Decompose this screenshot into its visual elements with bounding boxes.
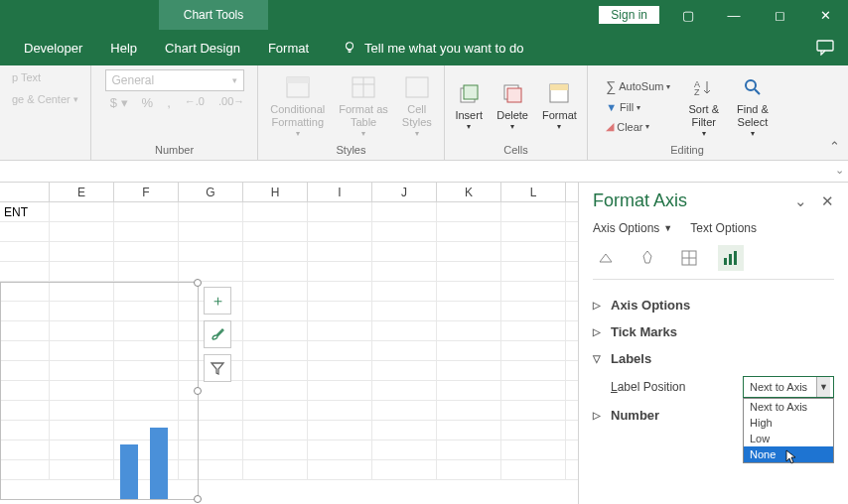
chart-bar bbox=[120, 444, 138, 499]
chart-styles-button[interactable] bbox=[204, 320, 231, 348]
expand-formula-bar-icon[interactable]: ⌄ bbox=[835, 164, 844, 177]
chart-elements-button[interactable]: ＋ bbox=[204, 287, 231, 315]
col-header[interactable]: I bbox=[308, 183, 372, 201]
dropdown-item[interactable]: Low bbox=[744, 431, 833, 446]
pane-title: Format Axis bbox=[593, 190, 687, 211]
comment-icon[interactable] bbox=[816, 40, 834, 56]
col-header[interactable]: E bbox=[50, 183, 114, 201]
tell-me[interactable]: Tell me what you want to do bbox=[343, 41, 523, 56]
effects-icon[interactable] bbox=[635, 245, 660, 271]
merge-center-button[interactable]: ge & Center▾ bbox=[8, 91, 82, 107]
sort-filter-button[interactable]: AZSort & Filter▾ bbox=[684, 71, 723, 141]
format-axis-pane: Format Axis ⌄ ✕ Axis Options▼ Text Optio… bbox=[578, 183, 848, 504]
fill-button[interactable]: ▼Fill▾ bbox=[602, 99, 674, 115]
insert-icon bbox=[458, 82, 480, 104]
format-cells-icon bbox=[548, 82, 570, 104]
svg-rect-11 bbox=[507, 88, 521, 102]
labels-section[interactable]: ▽Labels bbox=[593, 345, 834, 372]
group-styles-label: Styles bbox=[337, 142, 366, 158]
tab-help[interactable]: Help bbox=[96, 30, 151, 65]
col-header[interactable]: J bbox=[372, 183, 437, 201]
clear-button[interactable]: ◢Clear▾ bbox=[602, 118, 674, 135]
sign-in-button[interactable]: Sign in bbox=[599, 6, 659, 24]
cell-styles-button[interactable]: Cell Styles▾ bbox=[398, 71, 436, 141]
text-options-tab[interactable]: Text Options bbox=[690, 221, 757, 235]
col-header[interactable]: L bbox=[501, 183, 566, 201]
svg-point-16 bbox=[746, 80, 756, 90]
delete-button[interactable]: Delete▾ bbox=[493, 77, 532, 134]
percent-button[interactable]: % bbox=[142, 95, 154, 110]
search-icon bbox=[742, 77, 764, 97]
tab-chart-design[interactable]: Chart Design bbox=[151, 30, 254, 65]
tick-marks-section[interactable]: ▷Tick Marks bbox=[593, 318, 834, 345]
tab-format[interactable]: Format bbox=[254, 30, 323, 65]
increase-decimal-button[interactable]: ←.0 bbox=[185, 95, 205, 110]
maximize-icon[interactable]: ◻ bbox=[757, 0, 802, 30]
col-header[interactable]: G bbox=[179, 183, 243, 201]
size-properties-icon[interactable] bbox=[676, 245, 702, 271]
chart-tools-label: Chart Tools bbox=[159, 0, 268, 30]
svg-point-0 bbox=[347, 43, 353, 50]
comma-button[interactable]: , bbox=[167, 95, 171, 110]
svg-rect-20 bbox=[724, 258, 727, 265]
autosum-button[interactable]: ∑AutoSum▾ bbox=[602, 76, 674, 96]
menu-bar: Developer Help Chart Design Format Tell … bbox=[0, 30, 848, 65]
currency-button[interactable]: $ ▾ bbox=[110, 95, 128, 110]
dropdown-item[interactable]: High bbox=[744, 415, 833, 431]
axis-options-icon[interactable] bbox=[718, 245, 744, 271]
resize-handle[interactable] bbox=[194, 279, 202, 287]
pane-options-icon[interactable]: ⌄ bbox=[794, 192, 807, 210]
resize-handle[interactable] bbox=[194, 387, 202, 395]
conditional-formatting-button[interactable]: Conditional Formatting▾ bbox=[266, 71, 329, 141]
chart-filters-button[interactable] bbox=[204, 354, 231, 382]
col-header[interactable] bbox=[0, 183, 50, 201]
col-header[interactable]: F bbox=[114, 183, 179, 201]
tab-developer[interactable]: Developer bbox=[10, 30, 96, 65]
format-button[interactable]: Format▾ bbox=[538, 77, 581, 134]
brush-icon bbox=[210, 326, 225, 342]
axis-options-tab[interactable]: Axis Options▼ bbox=[593, 221, 672, 235]
ribbon-display-icon[interactable]: ▢ bbox=[665, 0, 711, 30]
svg-line-17 bbox=[755, 89, 760, 94]
col-header[interactable]: K bbox=[437, 183, 501, 201]
sort-icon: AZ bbox=[693, 77, 715, 97]
lightbulb-icon bbox=[343, 41, 356, 55]
formula-bar[interactable]: ⌄ bbox=[0, 161, 848, 183]
svg-rect-1 bbox=[817, 41, 833, 51]
dropdown-item[interactable]: None bbox=[744, 446, 833, 462]
svg-rect-13 bbox=[550, 84, 568, 90]
svg-text:Z: Z bbox=[694, 87, 700, 97]
tell-me-text: Tell me what you want to do bbox=[364, 41, 523, 56]
group-cells-label: Cells bbox=[503, 142, 527, 158]
cell-styles-icon bbox=[404, 75, 430, 99]
fill-line-icon[interactable] bbox=[593, 245, 619, 271]
chart-bar bbox=[150, 428, 168, 499]
decrease-decimal-button[interactable]: .00→ bbox=[218, 95, 244, 110]
wrap-text-button[interactable]: p Text bbox=[8, 69, 45, 85]
format-as-table-button[interactable]: Format as Table▾ bbox=[335, 71, 392, 141]
dropdown-item[interactable]: Next to Axis bbox=[744, 399, 833, 415]
minimize-icon[interactable]: ― bbox=[711, 0, 757, 30]
svg-rect-3 bbox=[287, 77, 309, 83]
svg-rect-9 bbox=[464, 85, 478, 99]
table-icon bbox=[351, 75, 376, 99]
col-header[interactable]: H bbox=[243, 183, 308, 201]
find-select-button[interactable]: Find & Select▾ bbox=[733, 71, 773, 141]
label-position-label: LLabel Positionabel Position bbox=[611, 380, 685, 394]
svg-rect-21 bbox=[729, 254, 732, 265]
chart-selection[interactable] bbox=[0, 282, 199, 500]
number-format-select[interactable]: General▾ bbox=[105, 69, 244, 91]
resize-handle[interactable] bbox=[194, 495, 202, 503]
label-position-dropdown[interactable]: Next to Axis▼ Next to Axis High Low None bbox=[743, 376, 834, 398]
axis-options-section[interactable]: ▷Axis Options bbox=[593, 292, 834, 318]
cursor-icon bbox=[785, 449, 797, 465]
delete-icon bbox=[501, 82, 523, 104]
pane-close-icon[interactable]: ✕ bbox=[821, 192, 834, 210]
funnel-icon bbox=[210, 360, 225, 376]
insert-button[interactable]: Insert▾ bbox=[451, 77, 487, 134]
collapse-ribbon-icon[interactable]: ⌃ bbox=[829, 139, 840, 154]
svg-marker-18 bbox=[643, 251, 651, 263]
close-icon[interactable]: ✕ bbox=[802, 0, 848, 30]
cell[interactable]: ENT bbox=[0, 202, 50, 221]
group-editing-label: Editing bbox=[670, 142, 704, 158]
